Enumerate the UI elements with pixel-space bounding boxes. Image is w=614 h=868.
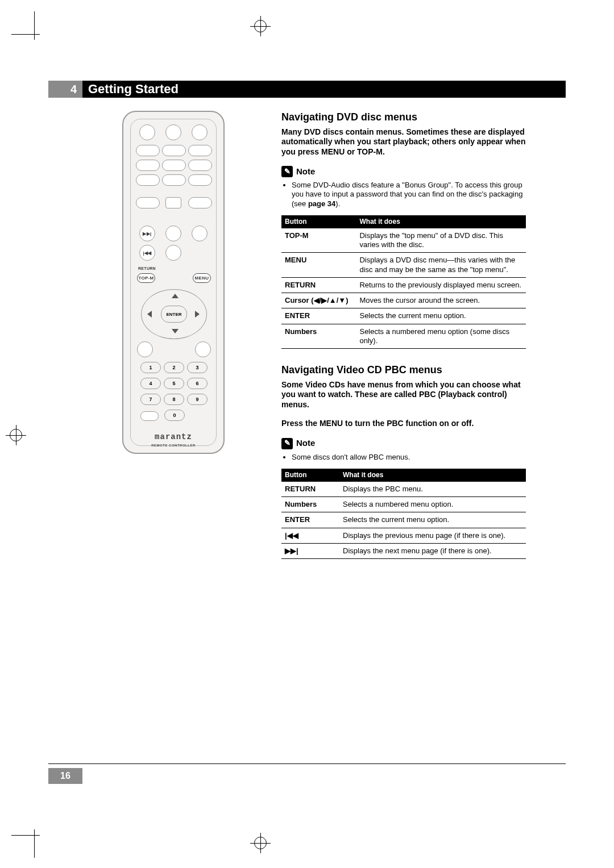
manual-page: 4 Getting Started ▶▶| |◀◀: [48, 54, 566, 792]
skip-rev-button: |◀◀: [139, 245, 155, 261]
cursor-right-icon: [195, 311, 200, 318]
note-label: Note: [296, 438, 315, 449]
note-icon: ✎: [281, 438, 293, 449]
remote-button: [195, 341, 211, 357]
num-4: 4: [140, 378, 161, 389]
num-8: 8: [164, 394, 184, 405]
table-header-button: Button: [281, 469, 339, 482]
remote-button: [140, 411, 159, 421]
num-0: 0: [164, 410, 185, 421]
section1-note-list: Some DVD-Audio discs feature a "Bonus Gr…: [281, 181, 526, 208]
chapter-title: Getting Started: [88, 81, 179, 98]
note-icon: ✎: [281, 166, 293, 177]
remote-button: [165, 226, 181, 241]
remote-button: [139, 124, 155, 140]
remote-button: [188, 197, 212, 208]
remote-button: [188, 160, 212, 171]
cursor-down-icon: [172, 329, 179, 333]
content-column: Navigating DVD disc menus Many DVD discs…: [281, 111, 526, 574]
note-label: Note: [296, 166, 315, 177]
table-row: ENTERSelects the current menu option.: [281, 512, 526, 528]
remote-button: [192, 226, 208, 241]
remote-button: [188, 174, 212, 186]
remote-button: [136, 197, 160, 208]
table-row: NumbersSelects a numbered menu option.: [281, 497, 526, 512]
footer-rule: [48, 763, 566, 764]
page-number: 16: [48, 768, 82, 784]
table-header-button: Button: [281, 215, 356, 228]
remote-button: [162, 160, 186, 171]
number-pad: 1 2 3 4 5 6 7 8 9 0: [140, 362, 208, 425]
section1-table: ButtonWhat it does TOP-MDisplays the "to…: [281, 215, 526, 349]
section2-intro2: Press the MENU to turn the PBC function …: [281, 419, 526, 429]
table-row: NumbersSelects a numbered menu option (s…: [281, 324, 526, 349]
remote-button: [165, 197, 181, 208]
num-1: 1: [140, 362, 161, 373]
remote-button: [136, 160, 160, 171]
num-6: 6: [187, 378, 208, 389]
enter-button: ENTER: [161, 306, 187, 323]
table-row: RETURNDisplays the PBC menu.: [281, 482, 526, 497]
remote-button: [136, 174, 160, 186]
num-9: 9: [187, 394, 208, 405]
num-7: 7: [140, 394, 161, 405]
skip-fwd-button: ▶▶|: [139, 226, 155, 241]
menu-button: MENU: [193, 273, 211, 283]
table-row: ENTERSelects the current menu option.: [281, 308, 526, 324]
section1-intro: Many DVD discs contain menus. Sometimes …: [281, 127, 526, 157]
remote-brand-sub: REMOTE CONTROLLER: [123, 444, 223, 447]
section2-note-list: Some discs don't allow PBC menus.: [281, 453, 526, 462]
num-2: 2: [164, 362, 184, 373]
table-row: MENUDisplays a DVD disc menu—this varies…: [281, 253, 526, 278]
cursor-up-icon: [172, 294, 179, 298]
return-label: RETURN: [138, 266, 156, 270]
num-3: 3: [187, 362, 208, 373]
remote-illustration: ▶▶| |◀◀ RETURN TOP-M MENU ENTER 1: [122, 111, 247, 454]
top-m-button: TOP-M: [137, 273, 155, 283]
table-row: TOP-MDisplays the "top menu" of a DVD di…: [281, 228, 526, 253]
cursor-left-icon: [147, 311, 152, 318]
remote-button: [136, 145, 160, 156]
table-row: |◀◀Displays the previous menu page (if t…: [281, 528, 526, 543]
remote-button: [162, 174, 186, 186]
remote-button: [188, 145, 212, 156]
table-row: ▶▶|Displays the next menu page (if there…: [281, 543, 526, 558]
chapter-number: 4: [48, 81, 82, 98]
note-header: ✎ Note: [281, 166, 526, 177]
section2-intro1: Some Video CDs have menus from which you…: [281, 380, 526, 410]
remote-button: [137, 341, 153, 357]
section2-table: ButtonWhat it does RETURNDisplays the PB…: [281, 469, 526, 559]
remote-button: [165, 124, 181, 140]
num-5: 5: [164, 378, 184, 389]
table-header-what: What it does: [339, 469, 526, 482]
note-header: ✎ Note: [281, 438, 526, 449]
remote-button: [192, 124, 208, 140]
remote-brand: marantz: [123, 432, 223, 441]
table-header-what: What it does: [356, 215, 526, 228]
remote-button: [165, 245, 181, 261]
section2-heading: Navigating Video CD PBC menus: [281, 364, 526, 377]
table-row: RETURNReturns to the previously displaye…: [281, 277, 526, 293]
section1-heading: Navigating DVD disc menus: [281, 111, 526, 124]
remote-button: [162, 145, 186, 156]
table-row: Cursor (◀/▶/▲/▼)Moves the cursor around …: [281, 293, 526, 308]
